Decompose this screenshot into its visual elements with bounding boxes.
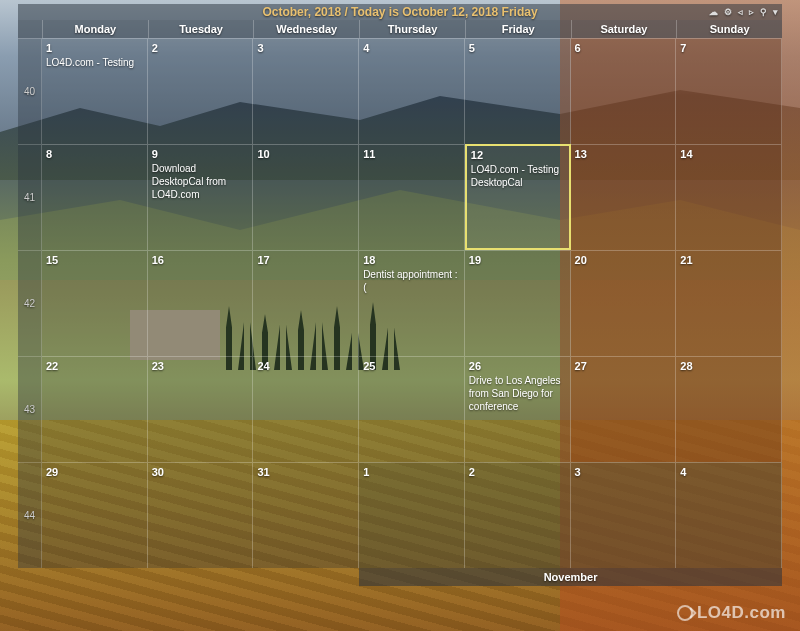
day-number: 6 bbox=[575, 42, 672, 54]
day-cell[interactable]: 29 bbox=[42, 462, 148, 568]
day-number: 5 bbox=[469, 42, 566, 54]
day-number: 30 bbox=[152, 466, 249, 478]
day-cell[interactable]: 2 bbox=[148, 38, 254, 144]
day-number: 1 bbox=[363, 466, 460, 478]
day-cell[interactable]: 6 bbox=[571, 38, 677, 144]
day-number: 28 bbox=[680, 360, 777, 372]
day-cell[interactable]: 11 bbox=[359, 144, 465, 250]
day-cell[interactable]: 5 bbox=[465, 38, 571, 144]
day-header: Thursday bbox=[359, 20, 465, 38]
next-icon[interactable]: ▹ bbox=[749, 7, 754, 17]
day-number: 25 bbox=[363, 360, 460, 372]
day-cell[interactable]: 15 bbox=[42, 250, 148, 356]
week-number: 43 bbox=[18, 356, 42, 462]
day-number: 24 bbox=[257, 360, 354, 372]
day-number: 2 bbox=[152, 42, 249, 54]
day-cell[interactable]: 31 bbox=[253, 462, 359, 568]
day-cell[interactable]: 7 bbox=[676, 38, 782, 144]
day-number: 9 bbox=[152, 148, 249, 160]
calendar-grid: 401LO4D.com - Testing2345674189Download … bbox=[18, 38, 782, 568]
settings-icon[interactable]: ⚙ bbox=[724, 7, 732, 17]
event-text[interactable]: Dentist appointment :( bbox=[363, 268, 460, 294]
week-number: 40 bbox=[18, 38, 42, 144]
day-cell[interactable]: 25 bbox=[359, 356, 465, 462]
week-number: 42 bbox=[18, 250, 42, 356]
day-cell[interactable]: 17 bbox=[253, 250, 359, 356]
day-header-row: Monday Tuesday Wednesday Thursday Friday… bbox=[18, 20, 782, 38]
day-cell[interactable]: 13 bbox=[571, 144, 677, 250]
day-number: 13 bbox=[575, 148, 672, 160]
day-cell[interactable]: 10 bbox=[253, 144, 359, 250]
day-number: 20 bbox=[575, 254, 672, 266]
day-cell[interactable]: 28 bbox=[676, 356, 782, 462]
event-text[interactable]: Download DesktopCal from LO4D.com bbox=[152, 162, 249, 201]
day-cell[interactable]: 9Download DesktopCal from LO4D.com bbox=[148, 144, 254, 250]
day-cell[interactable]: 14 bbox=[676, 144, 782, 250]
footer-row: November bbox=[18, 568, 782, 586]
day-header: Saturday bbox=[571, 20, 677, 38]
menu-icon[interactable]: ▾ bbox=[773, 7, 778, 17]
day-number: 21 bbox=[680, 254, 777, 266]
day-cell[interactable]: 3 bbox=[571, 462, 677, 568]
day-number: 11 bbox=[363, 148, 460, 160]
day-number: 8 bbox=[46, 148, 143, 160]
day-number: 7 bbox=[680, 42, 777, 54]
search-icon[interactable]: ⚲ bbox=[760, 7, 767, 17]
day-cell[interactable]: 26Drive to Los Angeles from San Diego fo… bbox=[465, 356, 571, 462]
day-header: Wednesday bbox=[253, 20, 359, 38]
day-number: 31 bbox=[257, 466, 354, 478]
day-cell[interactable]: 30 bbox=[148, 462, 254, 568]
week-header-blank bbox=[18, 20, 42, 38]
day-number: 23 bbox=[152, 360, 249, 372]
prev-icon[interactable]: ◃ bbox=[738, 7, 743, 17]
day-cell[interactable]: 8 bbox=[42, 144, 148, 250]
day-number: 3 bbox=[257, 42, 354, 54]
day-header: Tuesday bbox=[148, 20, 254, 38]
toolbar: ☁ ⚙ ◃ ▹ ⚲ ▾ bbox=[709, 4, 778, 20]
watermark: LO4D.com bbox=[677, 603, 786, 623]
day-cell[interactable]: 27 bbox=[571, 356, 677, 462]
day-number: 19 bbox=[469, 254, 566, 266]
day-cell[interactable]: 23 bbox=[148, 356, 254, 462]
event-text[interactable]: Drive to Los Angeles from San Diego for … bbox=[469, 374, 566, 413]
day-cell[interactable]: 2 bbox=[465, 462, 571, 568]
week-number: 44 bbox=[18, 462, 42, 568]
day-cell[interactable]: 3 bbox=[253, 38, 359, 144]
day-cell[interactable]: 20 bbox=[571, 250, 677, 356]
day-number: 15 bbox=[46, 254, 143, 266]
day-header: Friday bbox=[465, 20, 571, 38]
day-header: Monday bbox=[42, 20, 148, 38]
day-number: 1 bbox=[46, 42, 143, 54]
day-cell[interactable]: 1LO4D.com - Testing bbox=[42, 38, 148, 144]
day-cell[interactable]: 18Dentist appointment :( bbox=[359, 250, 465, 356]
watermark-text: LO4D.com bbox=[697, 603, 786, 623]
event-text[interactable]: LO4D.com - Testing DesktopCal bbox=[471, 163, 565, 189]
next-month-label[interactable]: November bbox=[359, 568, 782, 586]
day-cell[interactable]: 21 bbox=[676, 250, 782, 356]
day-number: 26 bbox=[469, 360, 566, 372]
event-text[interactable]: LO4D.com - Testing bbox=[46, 56, 143, 69]
day-number: 16 bbox=[152, 254, 249, 266]
day-number: 12 bbox=[471, 149, 565, 161]
watermark-icon bbox=[677, 605, 693, 621]
day-cell[interactable]: 22 bbox=[42, 356, 148, 462]
day-number: 2 bbox=[469, 466, 566, 478]
week-number: 41 bbox=[18, 144, 42, 250]
day-number: 22 bbox=[46, 360, 143, 372]
day-number: 3 bbox=[575, 466, 672, 478]
day-cell[interactable]: 4 bbox=[676, 462, 782, 568]
calendar-title-bar: October, 2018 / Today is October 12, 201… bbox=[18, 4, 782, 20]
day-cell[interactable]: 16 bbox=[148, 250, 254, 356]
day-header: Sunday bbox=[676, 20, 782, 38]
day-number: 17 bbox=[257, 254, 354, 266]
day-cell[interactable]: 4 bbox=[359, 38, 465, 144]
day-cell[interactable]: 19 bbox=[465, 250, 571, 356]
cloud-icon[interactable]: ☁ bbox=[709, 7, 718, 17]
day-cell[interactable]: 24 bbox=[253, 356, 359, 462]
day-number: 10 bbox=[257, 148, 354, 160]
day-number: 14 bbox=[680, 148, 777, 160]
day-number: 18 bbox=[363, 254, 460, 266]
desktop-calendar: October, 2018 / Today is October 12, 201… bbox=[18, 4, 782, 586]
day-cell[interactable]: 12LO4D.com - Testing DesktopCal bbox=[465, 144, 571, 250]
day-cell[interactable]: 1 bbox=[359, 462, 465, 568]
